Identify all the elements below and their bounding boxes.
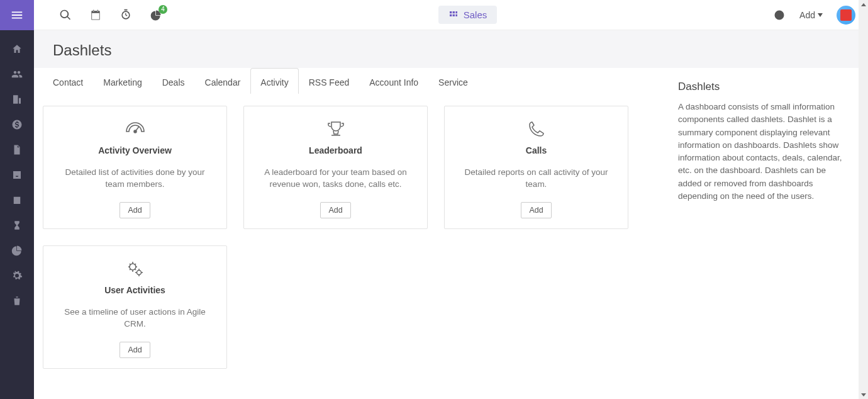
dashlet-card-user-activities: User ActivitiesSee a timeline of user ac… (43, 245, 227, 369)
info-text: A dashboard consists of small informatio… (678, 101, 849, 203)
nav-home[interactable] (0, 37, 34, 62)
nav-documents[interactable] (0, 137, 34, 162)
dashlet-card-calls: CallsDetailed reports on call activity o… (444, 106, 628, 229)
search-button[interactable] (59, 9, 72, 21)
dashlet-card-activity-overview: Activity OverviewDetailed list of activi… (43, 106, 227, 229)
nav-reports[interactable] (0, 238, 34, 263)
workspace-label: Sales (464, 9, 487, 20)
card-title: Leaderboard (309, 145, 362, 155)
sidebar (0, 0, 34, 399)
scroll-up[interactable] (859, 0, 868, 9)
tab-contact[interactable]: Contact (43, 68, 93, 94)
scroll-down[interactable] (859, 390, 868, 399)
contrast-icon (773, 9, 786, 21)
tab-deals[interactable]: Deals (152, 68, 195, 94)
trash-icon (11, 295, 23, 306)
topbar: 4 Sales Add (34, 0, 868, 30)
pie-chart-icon (11, 245, 23, 256)
add-dashlet-button[interactable]: Add (521, 202, 551, 218)
nav-trash[interactable] (0, 288, 34, 313)
theme-toggle[interactable] (773, 9, 786, 21)
scrollbar[interactable] (859, 0, 868, 399)
trophy-icon (326, 116, 346, 142)
phone-icon (526, 116, 547, 142)
nav-inbox[interactable] (0, 162, 34, 188)
card-title: User Activities (104, 285, 165, 295)
tab-rss-feed[interactable]: RSS Feed (299, 68, 360, 94)
card-description: Detailed reports on call activity of you… (457, 167, 615, 202)
card-description: A leaderboard for your team based on rev… (257, 167, 415, 202)
tabs: ContactMarketingDealsCalendarActivityRSS… (43, 68, 664, 94)
card-description: See a timeline of user actions in Agile … (56, 306, 214, 342)
add-label: Add (799, 10, 815, 20)
tab-account-info[interactable]: Account Info (359, 68, 428, 94)
timer-button[interactable] (120, 9, 132, 21)
nav-hourglass[interactable] (0, 213, 34, 238)
document-icon (11, 144, 23, 155)
timer-icon (120, 9, 132, 21)
hourglass-icon (11, 220, 23, 231)
page-title: Dashlets (53, 42, 849, 59)
calendar-icon (11, 194, 23, 206)
tab-marketing[interactable]: Marketing (93, 68, 152, 94)
cards-grid: Activity OverviewDetailed list of activi… (43, 106, 664, 369)
grid-icon (448, 10, 459, 20)
info-title: Dashlets (678, 81, 849, 93)
tab-service[interactable]: Service (428, 68, 478, 94)
calendar-button[interactable] (89, 9, 102, 21)
people-icon (11, 69, 23, 80)
home-icon (11, 43, 23, 55)
gears-icon (11, 270, 23, 281)
card-title: Calls (526, 145, 547, 155)
nav-settings[interactable] (0, 263, 34, 288)
hamburger-icon (10, 8, 24, 22)
workspace-switcher[interactable]: Sales (438, 6, 498, 24)
page-header: Dashlets (34, 30, 868, 68)
stats-button[interactable]: 4 (150, 9, 162, 21)
add-dashlet-button[interactable]: Add (120, 202, 150, 218)
card-title: Activity Overview (98, 145, 172, 155)
tab-activity[interactable]: Activity (250, 68, 298, 94)
dollar-circle-icon (11, 119, 23, 130)
svg-line-1 (135, 126, 139, 132)
nav-deals[interactable] (0, 112, 34, 137)
add-dashlet-button[interactable]: Add (120, 342, 150, 358)
nav-companies[interactable] (0, 87, 34, 112)
stats-badge: 4 (159, 5, 167, 14)
search-icon (59, 9, 72, 21)
dashlet-card-leaderboard: LeaderboardA leaderboard for your team b… (243, 106, 428, 229)
svg-point-3 (136, 271, 141, 275)
calendar-today-icon (89, 9, 102, 21)
user-avatar[interactable] (837, 6, 855, 25)
tab-calendar[interactable]: Calendar (195, 68, 251, 94)
add-dashlet-button[interactable]: Add (320, 202, 350, 218)
nav-calendar[interactable] (0, 188, 34, 213)
add-dropdown[interactable]: Add (799, 10, 823, 20)
menu-toggle[interactable] (0, 0, 34, 30)
info-panel: Dashlets A dashboard consists of small i… (673, 68, 868, 399)
building-icon (11, 94, 23, 105)
caret-down-icon (818, 13, 823, 17)
card-description: Detailed list of activities done by your… (56, 167, 214, 202)
nav-contacts[interactable] (0, 62, 34, 87)
gauge-icon (125, 116, 145, 142)
inbox-icon (11, 169, 23, 181)
gears-icon (125, 256, 145, 281)
